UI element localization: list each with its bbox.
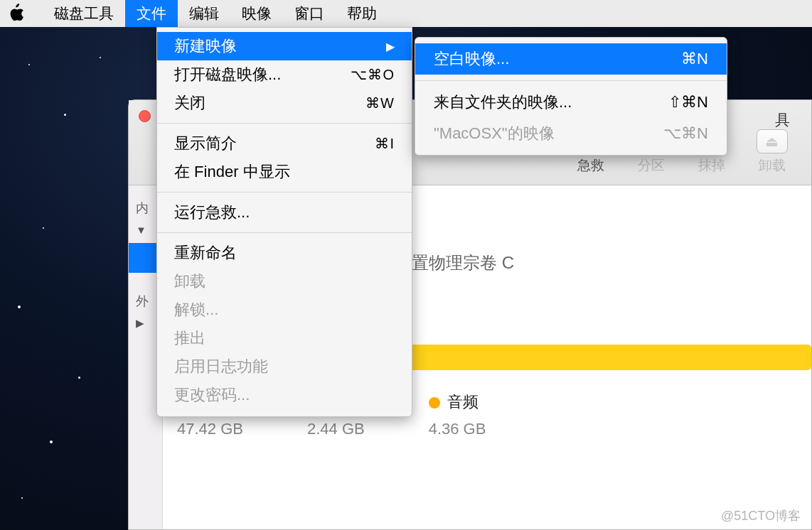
- menu-eject: 推出: [157, 324, 412, 352]
- submenu-blank-image[interactable]: 空白映像... ⌘N: [415, 43, 727, 75]
- first-aid-label: 急救: [577, 156, 604, 175]
- legend-label: 音频: [447, 393, 479, 411]
- menu-enable-journaling: 启用日志功能: [157, 352, 412, 381]
- menu-separator: [157, 123, 412, 124]
- menu-separator: [415, 80, 727, 81]
- menu-label: 来自文件夹的映像...: [434, 92, 572, 113]
- menu-run-first-aid[interactable]: 运行急救...: [157, 198, 412, 227]
- legend-size: 4.36 GB: [429, 420, 486, 438]
- menu-show-in-finder[interactable]: 在 Finder 中显示: [157, 158, 412, 186]
- menu-label: 启用日志功能: [174, 356, 268, 377]
- window-controls: [139, 110, 151, 122]
- shortcut: ⌥⌘O: [351, 66, 395, 83]
- menu-help[interactable]: 帮助: [336, 0, 388, 27]
- shortcut: ⌘I: [375, 135, 395, 152]
- menu-label: 显示简介: [174, 133, 237, 154]
- menu-separator: [157, 232, 412, 233]
- menu-label: 运行急救...: [174, 202, 250, 223]
- menu-separator: [157, 192, 412, 193]
- menu-file[interactable]: 文件: [125, 0, 178, 27]
- eject-icon: ⏏: [757, 129, 788, 153]
- menu-close[interactable]: 关闭 ⌘W: [157, 89, 412, 117]
- legend-size: 47.42 GB: [177, 420, 243, 438]
- menu-label: 新建映像: [174, 36, 237, 57]
- menu-label: "MacOSX"的映像: [434, 123, 555, 144]
- shortcut: ⌘W: [365, 94, 395, 112]
- menu-edit[interactable]: 编辑: [178, 0, 230, 27]
- shortcut: ⌥⌘N: [663, 124, 708, 143]
- legend-size: 2.44 GB: [307, 420, 365, 438]
- menu-bar: 磁盘工具 文件 编辑 映像 窗口 帮助: [0, 0, 812, 27]
- submenu-image-from-volume: "MacOSX"的映像 ⌥⌘N: [415, 118, 727, 149]
- menu-image[interactable]: 映像: [230, 0, 283, 27]
- erase-label: 抹掉: [698, 156, 725, 175]
- menu-label: 卸载: [174, 271, 205, 292]
- submenu-image-from-folder[interactable]: 来自文件夹的映像... ⇧⌘N: [415, 87, 727, 118]
- menu-label: 重新命名: [174, 242, 237, 264]
- chevron-right-icon: ▶: [386, 40, 395, 53]
- menu-label: 推出: [174, 328, 205, 349]
- shortcut: ⇧⌘N: [668, 93, 708, 112]
- watermark: @51CTO博客: [721, 507, 801, 524]
- menu-label: 打开磁盘映像...: [174, 64, 281, 85]
- new-image-submenu: 空白映像... ⌘N 来自文件夹的映像... ⇧⌘N "MacOSX"的映像 ⌥…: [415, 37, 727, 156]
- menu-label: 空白映像...: [434, 48, 509, 70]
- menu-label: 关闭: [174, 92, 205, 114]
- menu-get-info[interactable]: 显示简介 ⌘I: [157, 129, 412, 158]
- menu-app-name[interactable]: 磁盘工具: [43, 0, 125, 27]
- close-window-button[interactable]: [139, 110, 151, 122]
- partition-label: 分区: [638, 156, 665, 175]
- unmount-button[interactable]: ⏏ 卸载: [745, 125, 798, 179]
- apple-logo-icon[interactable]: [7, 4, 27, 23]
- menu-label: 在 Finder 中显示: [174, 161, 290, 183]
- menu-window[interactable]: 窗口: [283, 0, 336, 27]
- legend-item: 音频 4.36 GB: [429, 391, 486, 438]
- unmount-label: 卸载: [759, 156, 786, 175]
- menu-new-image[interactable]: 新建映像 ▶: [157, 32, 412, 60]
- menu-label: 解锁...: [174, 299, 218, 320]
- menu-rename[interactable]: 重新命名: [157, 239, 412, 267]
- menu-unmount: 卸载: [157, 267, 412, 296]
- menu-label: 更改密码...: [174, 384, 250, 406]
- menu-change-password: 更改密码...: [157, 381, 412, 409]
- menu-unlock: 解锁...: [157, 296, 412, 324]
- menu-open-disk-image[interactable]: 打开磁盘映像... ⌥⌘O: [157, 60, 412, 89]
- file-menu-dropdown: 新建映像 ▶ 打开磁盘映像... ⌥⌘O 关闭 ⌘W 显示简介 ⌘I 在 Fin…: [156, 27, 412, 417]
- shortcut: ⌘N: [681, 50, 708, 68]
